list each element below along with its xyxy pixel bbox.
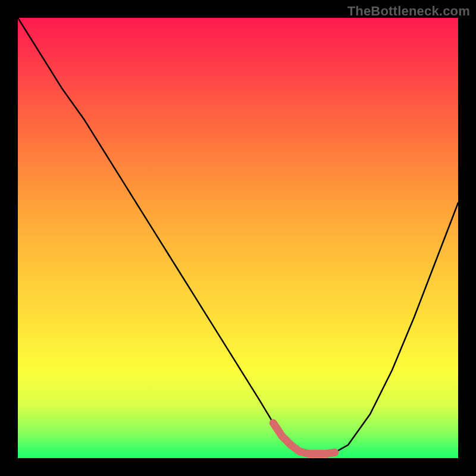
chart-svg: [18, 18, 458, 458]
bottleneck-curve: [18, 18, 458, 454]
watermark-text: TheBottleneck.com: [347, 4, 470, 19]
chart-frame: TheBottleneck.com: [0, 0, 476, 476]
optimal-range-marker: [273, 423, 335, 454]
plot-area: [18, 18, 458, 458]
